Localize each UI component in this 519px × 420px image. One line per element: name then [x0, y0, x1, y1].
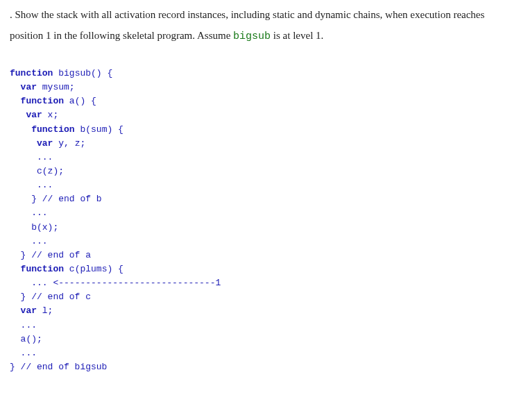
- code-line: bigsub() {: [53, 68, 112, 78]
- code-line: ...: [31, 208, 47, 218]
- kw-function: function: [21, 264, 64, 274]
- code-line: } // end of c: [21, 292, 91, 302]
- code-line: x;: [42, 110, 58, 120]
- code-line: ...: [31, 236, 47, 246]
- code-line: } // end of a: [21, 250, 91, 260]
- page-root: . Show the stack with all activation rec…: [0, 0, 519, 380]
- kw-var: var: [21, 82, 37, 92]
- code-line: y, z;: [53, 138, 85, 149]
- code-line: b(x);: [31, 222, 58, 233]
- code-line: ...: [37, 152, 53, 162]
- lead-dot: .: [10, 9, 15, 20]
- code-line: c(z);: [37, 166, 64, 176]
- code-line: ...: [37, 180, 53, 190]
- kw-var: var: [37, 138, 53, 149]
- code-line: a();: [21, 334, 42, 344]
- code-line: b(sum) {: [75, 124, 124, 135]
- kw-function: function: [21, 96, 64, 106]
- prompt-text-after: is at level 1.: [271, 30, 323, 41]
- code-line: } // end of bigsub: [10, 362, 107, 372]
- inline-code-bigsub: bigsub: [233, 31, 271, 42]
- question-prompt: . Show the stack with all activation rec…: [1, 4, 513, 47]
- code-line-marker-1: ... <-----------------------------1: [31, 278, 221, 288]
- kw-function: function: [10, 68, 53, 78]
- kw-var: var: [26, 110, 42, 120]
- code-line: ...: [21, 320, 37, 330]
- code-line: } // end of b: [31, 194, 101, 204]
- kw-var: var: [21, 305, 37, 316]
- code-line: ...: [21, 348, 37, 358]
- code-line: l;: [37, 305, 53, 316]
- kw-function: function: [31, 124, 74, 135]
- code-line: mysum;: [37, 82, 75, 92]
- code-listing: function bigsub() { var mysum; function …: [1, 47, 513, 374]
- code-line: c(plums) {: [64, 264, 124, 274]
- code-line: a() {: [64, 96, 96, 106]
